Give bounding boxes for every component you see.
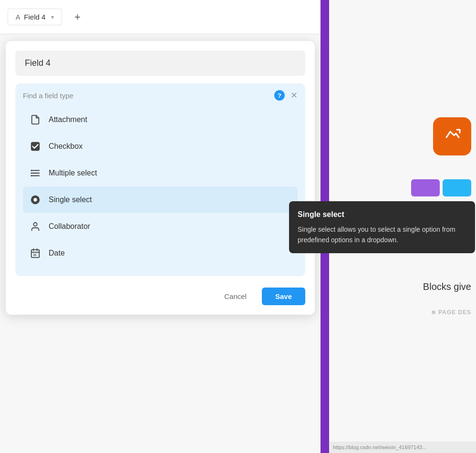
field-type-attachment[interactable]: Attachment bbox=[23, 106, 298, 133]
field-tab[interactable]: A Field 4 ▾ bbox=[8, 9, 62, 25]
svg-point-9 bbox=[33, 223, 37, 226]
field-type-multiple-select[interactable]: Multiple select bbox=[23, 160, 298, 186]
search-header: Find a field type ? ✕ bbox=[23, 90, 298, 101]
app-icon bbox=[433, 117, 471, 155]
url-bar: https://blog.csdn.net/weixin_41697143... bbox=[329, 442, 476, 453]
multiple-select-icon bbox=[29, 166, 42, 180]
purple-bar-right bbox=[411, 179, 440, 196]
tooltip-title: Single select bbox=[298, 209, 466, 220]
field-type-attachment-label: Attachment bbox=[49, 115, 87, 124]
single-select-tooltip: Single select Single select allows you t… bbox=[289, 201, 475, 253]
svg-point-5 bbox=[31, 173, 32, 174]
help-icon[interactable]: ? bbox=[274, 90, 285, 101]
svg-point-8 bbox=[33, 198, 37, 201]
panel-footer: Cancel Save bbox=[15, 286, 305, 305]
field-type-collaborator-label: Collaborator bbox=[49, 222, 90, 231]
search-label: Find a field type bbox=[23, 92, 73, 100]
url-text: https://blog.csdn.net/weixin_41697143... bbox=[333, 444, 426, 450]
date-icon: 31 bbox=[29, 247, 42, 260]
field-type-icon: A bbox=[16, 13, 20, 21]
attachment-icon bbox=[29, 113, 42, 126]
page-des-text: PAGE DES bbox=[438, 309, 471, 316]
svg-point-4 bbox=[31, 170, 32, 171]
page-des-dot bbox=[432, 310, 435, 314]
page-des-label: PAGE DES bbox=[432, 309, 471, 316]
header-bar: A Field 4 ▾ + bbox=[0, 0, 321, 34]
chevron-down-icon: ▾ bbox=[51, 14, 54, 21]
field-type-multiple-select-label: Multiple select bbox=[49, 169, 97, 177]
cancel-button[interactable]: Cancel bbox=[215, 288, 256, 305]
tooltip-text: Single select allows you to select a sin… bbox=[298, 224, 466, 246]
checkbox-icon bbox=[29, 140, 42, 153]
field-type-search-area: Find a field type ? ✕ Attachment bbox=[15, 83, 305, 276]
add-field-button[interactable]: + bbox=[66, 8, 89, 27]
field-type-date-label: Date bbox=[49, 249, 65, 257]
field-type-single-select-label: Single select bbox=[49, 196, 92, 204]
field-type-date[interactable]: 31 Date bbox=[23, 240, 298, 267]
field-panel: Find a field type ? ✕ Attachment bbox=[6, 41, 315, 315]
field-type-single-select[interactable]: Single select bbox=[23, 186, 298, 213]
field-type-checkbox[interactable]: Checkbox bbox=[23, 133, 298, 160]
close-icon[interactable]: ✕ bbox=[290, 91, 298, 100]
svg-point-6 bbox=[31, 175, 32, 176]
save-button[interactable]: Save bbox=[262, 288, 305, 305]
blocks-give-text: Blocks give bbox=[423, 281, 471, 292]
svg-text:31: 31 bbox=[33, 253, 37, 257]
field-type-list: Attachment Checkbox bbox=[23, 106, 298, 268]
collaborator-icon bbox=[29, 220, 42, 233]
blue-bar bbox=[443, 179, 471, 196]
field-type-phone-number[interactable]: Phone number bbox=[23, 267, 298, 268]
field-type-checkbox-label: Checkbox bbox=[49, 142, 83, 151]
app-icon-symbol bbox=[441, 123, 464, 150]
field-tab-label: Field 4 bbox=[24, 13, 45, 21]
field-name-input[interactable] bbox=[15, 51, 305, 76]
field-type-collaborator[interactable]: Collaborator bbox=[23, 213, 298, 240]
single-select-icon bbox=[29, 193, 42, 206]
search-icons: ? ✕ bbox=[274, 90, 298, 101]
